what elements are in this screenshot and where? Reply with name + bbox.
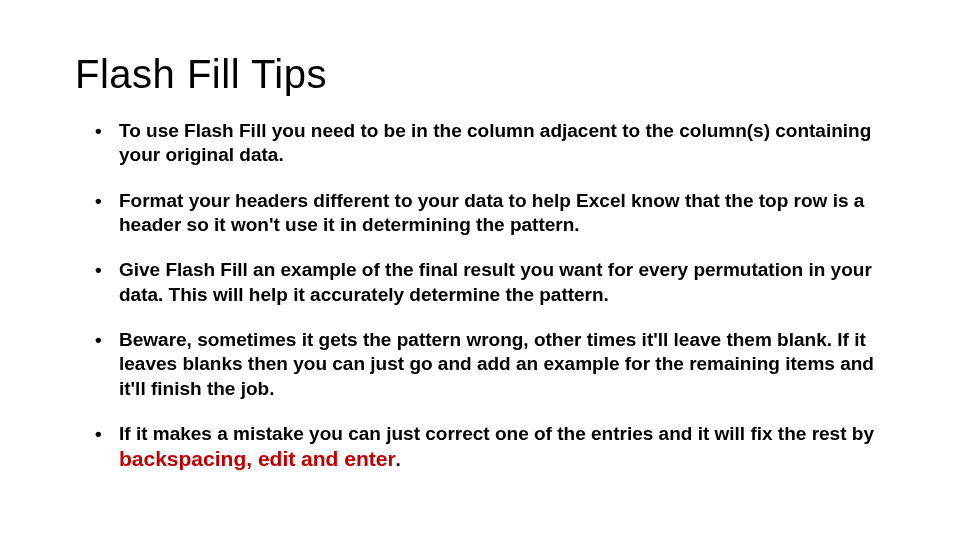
list-item-suffix: . (396, 449, 401, 470)
slide-title: Flash Fill Tips (75, 52, 885, 97)
list-item: To use Flash Fill you need to be in the … (95, 119, 885, 168)
list-item: Give Flash Fill an example of the final … (95, 258, 885, 307)
list-item: Format your headers different to your da… (95, 189, 885, 238)
list-item: Beware, sometimes it gets the pattern wr… (95, 328, 885, 401)
bullet-list: To use Flash Fill you need to be in the … (75, 119, 885, 473)
highlight-text: backspacing, edit and enter (119, 447, 396, 470)
list-item: If it makes a mistake you can just corre… (95, 422, 885, 473)
list-item-prefix: If it makes a mistake you can just corre… (119, 423, 874, 444)
